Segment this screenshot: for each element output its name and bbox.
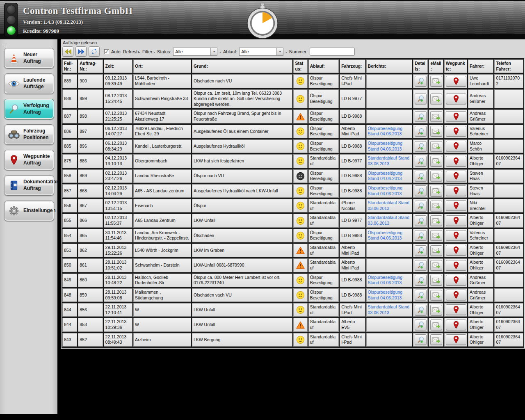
auto-refresh-checkbox[interactable]: ✓ — [104, 49, 109, 54]
waypoints-button[interactable] — [446, 111, 466, 122]
email-button[interactable] — [430, 260, 442, 271]
fall-nr-cell: 857 — [62, 184, 77, 198]
bericht-link[interactable]: Ölspurbeseitigung Stand 04.06.2013 — [368, 290, 403, 300]
details-button[interactable] — [415, 171, 427, 181]
bericht-link[interactable]: Ölspurbeseitigung Stand 04.06.2013 — [368, 185, 403, 196]
email-button[interactable] — [430, 186, 442, 196]
email-button[interactable] — [430, 76, 442, 87]
bericht-link[interactable]: Ölspurbeseitigung Stand 04.06.2013 — [368, 275, 403, 285]
sidebar-item-laufende-auftraege[interactable]: Laufende Aufträge — [4, 73, 54, 94]
waypoints-button[interactable] — [446, 260, 466, 271]
email-button[interactable] — [430, 290, 442, 301]
details-button[interactable] — [415, 260, 427, 271]
waypoints-button[interactable] — [446, 304, 466, 315]
waypoints-button[interactable] — [446, 171, 466, 181]
details-button[interactable] — [415, 320, 427, 330]
previous-page-button[interactable] — [62, 46, 73, 57]
nummer-input[interactable] — [310, 48, 355, 56]
magnifier-plus-icon — [417, 128, 425, 135]
bericht-link[interactable]: Standardablauf Stand 03.06.2013 — [368, 155, 410, 166]
email-button[interactable] — [430, 215, 442, 226]
email-button[interactable] — [430, 171, 442, 181]
telefon-cell — [494, 199, 523, 212]
waypoints-button[interactable] — [446, 94, 466, 104]
details-button[interactable] — [415, 275, 427, 285]
ort-cell: Landau, Am Kronwerk - Hindenburgstr. - Z… — [133, 229, 191, 242]
waypoints-button[interactable] — [446, 230, 466, 241]
sidebar-item-neuer-auftrag[interactable]: Neuer Auftrag — [4, 48, 54, 68]
refresh-button[interactable] — [89, 46, 100, 57]
email-button[interactable] — [430, 320, 442, 330]
details-button[interactable] — [415, 215, 427, 226]
fahrzeug-cell: Alberto Mini iPad — [340, 258, 365, 272]
next-page-button[interactable] — [75, 46, 87, 57]
waypoints-button[interactable] — [446, 156, 466, 167]
sidebar-item-wegpunkte-auftrag[interactable]: Wegpunkte Auftrag — [4, 150, 54, 170]
details-button[interactable] — [415, 141, 427, 152]
details-button[interactable] — [415, 290, 427, 300]
waypoints-button[interactable] — [446, 200, 466, 211]
details-button[interactable] — [415, 156, 427, 167]
email-button[interactable] — [430, 156, 442, 167]
bericht-link[interactable]: Ölspurbeseitigung Stand 04.06.2013 — [368, 141, 403, 151]
zeit-cell: 02.12.201313:51:15 — [104, 199, 132, 212]
magnifier-icon — [8, 103, 20, 115]
waypoints-button[interactable] — [446, 185, 466, 196]
bericht-cell — [366, 258, 413, 272]
details-button[interactable] — [415, 94, 427, 104]
magnifier-plus-icon — [417, 306, 425, 314]
waypoints-button[interactable] — [446, 275, 466, 285]
email-button[interactable] — [430, 334, 442, 345]
envelope-icon — [432, 173, 441, 180]
details-button[interactable] — [415, 230, 427, 241]
details-button[interactable] — [415, 201, 427, 211]
status-filter-select[interactable]: Alle ▼ — [173, 48, 217, 56]
details-button[interactable] — [415, 76, 427, 87]
bericht-cell: Standardablauf Stand 03.06.2013 — [366, 214, 413, 227]
details-button[interactable] — [415, 305, 427, 315]
details-cell — [413, 333, 428, 347]
ablauf-cell: Standardablauf — [308, 244, 339, 257]
wegpunkte-cell — [444, 169, 467, 183]
details-button[interactable] — [415, 245, 427, 256]
ablauf-filter-select[interactable]: Alle ▼ — [239, 48, 283, 56]
email-button[interactable] — [430, 126, 442, 137]
zeit-cell: 02.12.201323:47:26 — [104, 169, 132, 183]
details-button[interactable] — [415, 185, 427, 196]
waypoints-button[interactable] — [446, 245, 466, 256]
details-button[interactable] — [415, 334, 427, 345]
email-button[interactable] — [430, 245, 442, 256]
bericht-link[interactable]: Standardablauf Stand 03.06.2013 — [368, 200, 410, 211]
waypoints-button[interactable] — [446, 320, 466, 330]
bericht-link[interactable]: Standardablauf Stand 03.06.2013 — [368, 304, 410, 315]
waypoints-button[interactable] — [446, 141, 466, 151]
waypoints-button[interactable] — [446, 334, 466, 345]
details-cell — [413, 125, 428, 138]
details-button[interactable] — [415, 126, 427, 137]
grund-cell: Ölspur nach VU — [192, 169, 293, 183]
email-button[interactable] — [430, 111, 442, 122]
details-button[interactable] — [415, 111, 427, 122]
col-header-wegpunkte: Wegpunkte: — [444, 59, 467, 73]
waypoints-button[interactable] — [446, 126, 466, 137]
waypoints-button[interactable] — [446, 215, 466, 226]
sidebar-item-verfolgung-auftrag[interactable]: Verfolgung Auftrag — [4, 99, 54, 119]
bericht-cell: Ölspurbeseitigung Stand 04.06.2013 — [366, 288, 413, 302]
bericht-link[interactable]: Ölspurbeseitigung Stand 04.06.2013 — [368, 171, 403, 181]
waypoints-button[interactable] — [446, 76, 466, 87]
email-button[interactable] — [430, 275, 442, 285]
waypoints-button[interactable] — [446, 290, 466, 300]
email-button[interactable] — [430, 201, 442, 211]
email-button[interactable] — [430, 94, 442, 104]
sidebar-item-einstellungen[interactable]: Einstellungen — [4, 201, 54, 221]
sidebar-item-fahrzeug-positionen[interactable]: Fahrzeug Positionen — [4, 124, 54, 145]
email-button[interactable] — [430, 141, 442, 152]
email-button[interactable] — [430, 305, 442, 315]
email-button[interactable] — [430, 230, 442, 241]
bericht-link[interactable]: Standardablauf Stand 03.06.2013 — [368, 215, 410, 226]
sidebar-item-dokumentation-auftrag[interactable]: Dokumentation Auftrag — [4, 175, 54, 196]
magnifier-plus-icon — [417, 291, 425, 299]
bericht-link[interactable]: Ölspurbeseitigung Stand 04.06.2013 — [368, 230, 403, 241]
bericht-link[interactable]: Ölspurbeseitigung Stand 04.06.2013 — [368, 126, 403, 137]
telefon-cell: 016090236407 — [494, 244, 523, 257]
